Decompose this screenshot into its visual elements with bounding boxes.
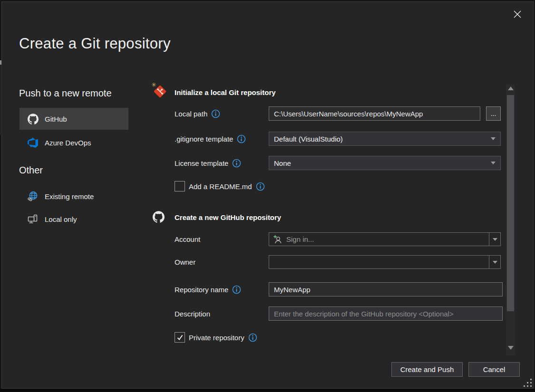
browse-button[interactable]: ... [486,106,501,121]
azure-devops-icon [27,137,39,148]
gitignore-template-select[interactable]: Default (VisualStudio) [269,132,501,146]
info-icon[interactable] [256,182,265,191]
account-label-row: Account [175,232,200,246]
private-repository-label: Private repository [189,334,244,342]
info-icon[interactable] [232,285,241,294]
owner-dropdown-button[interactable] [489,256,500,268]
scroll-up-icon [508,86,514,90]
account-value: Sign in... [286,235,314,243]
github-section-title: Create a new GitHub repository [175,213,281,221]
local-path-input[interactable] [269,106,480,121]
gitignore-template-label: .gitignore template [175,135,233,143]
github-icon [27,113,39,124]
owner-combobox[interactable] [269,255,501,269]
readme-label: Add a README.md [189,182,252,191]
sidebar-item-existing-remote[interactable]: Existing remote [19,187,128,205]
repository-name-input[interactable] [269,282,503,296]
sidebar-item-azure-devops[interactable]: Azure DevOps [19,134,128,152]
left-edge-line [0,65,0,135]
local-path-label: Local path [175,110,207,118]
license-template-label: License template [175,159,228,167]
sidebar-item-label: GitHub [45,115,67,123]
description-label: Description [175,310,210,318]
sidebar-item-label: Local only [45,215,77,223]
info-icon[interactable] [211,109,220,118]
account-label: Account [175,235,200,243]
window-bottom-edge [0,389,535,392]
account-dropdown-button[interactable] [489,233,500,246]
scroll-up-button[interactable] [506,85,515,92]
resize-grip[interactable] [524,379,533,388]
gitignore-selected-value: Default (VisualStudio) [274,135,491,143]
scroll-down-button[interactable] [506,344,515,352]
page-title: Create a Git repository [19,35,171,52]
readme-row: Add a README.md [175,181,265,191]
private-repo-row: Private repository [175,332,257,343]
sidebar-item-label: Azure DevOps [45,139,91,147]
cancel-button[interactable]: Cancel [468,362,520,377]
repository-name-label: Repository name [175,286,228,294]
other-heading: Other [19,165,43,176]
info-icon[interactable] [248,333,257,342]
push-to-new-remote-heading: Push to a new remote [19,88,112,99]
screenshot-root: Create a Git repository Push to a new re… [0,0,535,392]
create-and-push-button[interactable]: Create and Push [391,362,463,377]
sidebar-item-label: Existing remote [45,192,94,201]
info-icon[interactable] [232,159,241,168]
chevron-down-icon [493,261,497,264]
license-template-select[interactable]: None [269,156,501,170]
license-selected-value: None [274,159,491,167]
chevron-down-icon [491,137,496,140]
chevron-down-icon [491,162,496,164]
readme-checkbox[interactable] [175,181,185,191]
scroll-down-icon [508,346,514,350]
close-button[interactable] [511,8,524,20]
close-icon [513,10,522,19]
owner-label-row: Owner [175,255,195,269]
repo-name-label-row: Repository name [175,282,241,296]
chevron-down-icon [493,238,497,241]
sign-in-person-icon [273,235,282,244]
local-path-label-row: Local path [175,106,220,121]
license-label-row: License template [175,156,241,170]
github-icon [153,211,165,223]
gitignore-label-row: .gitignore template [175,132,246,146]
checkmark-icon [176,334,184,341]
globe-remote-icon [27,191,39,202]
info-icon[interactable] [237,134,246,143]
description-input[interactable] [269,306,503,321]
computer-icon [27,213,39,225]
description-label-row: Description [175,306,210,321]
scrollbar-thumb[interactable] [507,95,514,311]
init-section-title: Initialize a local Git repository [175,88,276,96]
vertical-scrollbar[interactable] [506,85,515,355]
sidebar-item-github[interactable]: GitHub [19,108,128,130]
git-new-repo-icon: ✳ [153,85,167,99]
left-edge-artifact [0,60,1,65]
sidebar-item-local-only[interactable]: Local only [19,210,128,228]
new-sparkle-icon: ✳ [151,81,156,88]
private-repository-checkbox[interactable] [175,332,185,343]
account-combobox[interactable]: Sign in... [269,232,501,246]
owner-label: Owner [175,258,195,266]
